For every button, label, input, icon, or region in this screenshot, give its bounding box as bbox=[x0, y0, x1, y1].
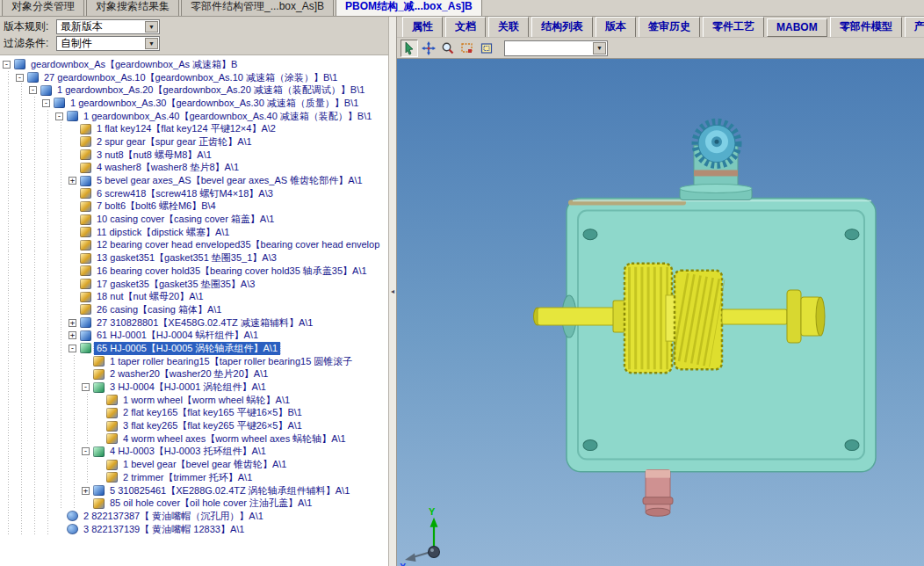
tree-node[interactable]: +27 310828801【XE458G.02.4TZ 减速箱辅料】A\1 bbox=[2, 316, 388, 330]
tree-node[interactable]: +5 bevel gear axes_AS【bevel gear axes_AS… bbox=[2, 174, 388, 187]
tree-node[interactable]: 7 bolt6【bolt6 螺栓M6】B\4 bbox=[2, 200, 388, 214]
tree-node[interactable]: -1 geardownbox_As.40【geardownbox_As.40 减… bbox=[2, 110, 388, 123]
tree-indent-guide bbox=[68, 368, 81, 381]
tree-node[interactable]: 1 taper roller bearing15【taper roller be… bbox=[2, 355, 388, 368]
tree-node[interactable]: 2 flat key165【flat key165 平键16×5】B\1 bbox=[2, 407, 388, 420]
tree-node[interactable]: 6 screw418【screw418 螺钉M4×18】A\3 bbox=[2, 187, 388, 200]
tree-node[interactable]: 16 bearing cover hold35【bearing cover ho… bbox=[2, 265, 388, 278]
tree-node[interactable]: 13 gasket351【gasket351 垫圈35_1】A\3 bbox=[2, 251, 388, 265]
zoom-window-button[interactable] bbox=[458, 40, 476, 57]
tree-node[interactable]: -3 HJ-0004【HJ-0001 涡轮组件】A\1 bbox=[2, 381, 388, 394]
tree-node[interactable]: 18 nut【nut 螺母20】A\1 bbox=[2, 290, 388, 303]
tree-node[interactable]: -geardownbox_As【geardownbox_As 减速箱】B bbox=[2, 58, 388, 71]
chevron-down-icon[interactable]: ▼ bbox=[145, 21, 158, 33]
pan-button[interactable] bbox=[420, 40, 437, 57]
asm-blue-node-icon bbox=[80, 317, 91, 328]
tree-leaf-spacer bbox=[95, 422, 103, 430]
tree-node[interactable]: 2 822137387【 黄油嘴帽（沉孔用）】A\1 bbox=[2, 510, 388, 523]
collapse-icon[interactable]: - bbox=[42, 99, 50, 107]
tree-node[interactable]: 11 dipstick【dipstick 螺塞】A\1 bbox=[2, 226, 388, 239]
tree-node[interactable]: 26 casing【casing 箱体】A\1 bbox=[2, 303, 388, 316]
tree-indent-guide bbox=[2, 149, 15, 162]
tree-node[interactable]: 4 worm wheel axes【worm wheel axes 蜗轮轴】A\… bbox=[2, 432, 388, 446]
tree-node[interactable]: +5 310825461【XE288G.02.4TZ 涡轮轴承组件辅料】A\1 bbox=[2, 484, 388, 497]
detail-tab[interactable]: 文档 bbox=[445, 17, 486, 38]
tree-node[interactable]: 3 822137139【 黄油嘴帽 12833】A\1 bbox=[2, 523, 388, 536]
tree-node[interactable]: 2 washer20【washer20 垫片20】A\1 bbox=[2, 368, 388, 381]
asm-blue-node-icon bbox=[80, 176, 91, 186]
tree-node[interactable]: 1 flat key124【flat key124 平键12×4】A\2 bbox=[2, 122, 388, 135]
collapse-icon[interactable]: - bbox=[16, 74, 24, 82]
tree-indent-guide bbox=[54, 394, 68, 407]
panel-splitter[interactable]: ◂ bbox=[389, 17, 397, 566]
tree-node[interactable]: 2 spur gear【spur gear 正齿轮】A\1 bbox=[2, 135, 388, 149]
asm-blue-node-icon bbox=[14, 59, 25, 69]
3d-viewport[interactable]: Y X bbox=[397, 59, 924, 566]
tree-node[interactable]: 2 trimmer【trimmer 托环】A\1 bbox=[2, 471, 388, 484]
tree-node-label: 4 washer8【washer8 垫片8】A\1 bbox=[94, 162, 242, 175]
expand-icon[interactable]: + bbox=[69, 331, 76, 339]
zoom-button[interactable] bbox=[439, 40, 457, 57]
detail-tab[interactable]: 零部件模型 bbox=[830, 17, 902, 38]
tree-indent-guide bbox=[28, 381, 41, 394]
detail-tab[interactable]: 产品模型 bbox=[905, 17, 924, 38]
collapse-icon[interactable]: - bbox=[55, 112, 63, 120]
part-node-icon bbox=[93, 498, 105, 509]
fit-view-button[interactable] bbox=[478, 40, 495, 57]
detail-tab[interactable]: MABOM bbox=[767, 18, 827, 37]
tree-node[interactable]: -4 HJ-0003【HJ-0003 托环组件】A\1 bbox=[2, 446, 388, 459]
tree-node[interactable]: -65 HJ-0005【HJ-0005 涡轮轴承组件】A\1 bbox=[2, 342, 388, 355]
tree-node[interactable]: 10 casing cover【casing cover 箱盖】A\1 bbox=[2, 213, 388, 226]
expand-icon[interactable]: + bbox=[69, 319, 76, 327]
tree-indent-guide bbox=[54, 122, 68, 135]
tree-node[interactable]: 4 washer8【washer8 垫片8】A\1 bbox=[2, 162, 388, 175]
tree-indent-guide bbox=[15, 381, 28, 394]
tree-node[interactable]: 1 bevel gear【bevel gear 锥齿轮】A\1 bbox=[2, 458, 388, 471]
tree-indent-guide bbox=[28, 368, 41, 381]
tree-node[interactable]: 85 oil hole cover【oil hole cover 注油孔盖】A\… bbox=[2, 497, 388, 510]
tree-indent-guide bbox=[41, 251, 54, 265]
chevron-down-icon[interactable]: ▼ bbox=[145, 38, 158, 49]
window-tab[interactable]: PBOM结构_减...box_As]B bbox=[336, 0, 482, 16]
tree-node[interactable]: 3 flat key265【flat key265 平键26×5】A\1 bbox=[2, 419, 388, 432]
collapse-icon[interactable]: - bbox=[29, 86, 37, 94]
detail-tab[interactable]: 签审历史 bbox=[639, 17, 700, 38]
tree-node[interactable]: -1 geardownbox_As.30【geardownbox_As.30 减… bbox=[2, 97, 388, 110]
bottom-shaft[interactable] bbox=[643, 470, 673, 517]
collapse-icon[interactable]: - bbox=[82, 383, 90, 391]
tree-indent-guide bbox=[41, 381, 54, 394]
tree-node[interactable]: 3 nut8【nut8 螺母M8】A\1 bbox=[2, 149, 388, 162]
collapse-icon[interactable]: - bbox=[82, 447, 90, 455]
tree-indent-guide bbox=[41, 122, 54, 135]
tree-node[interactable]: -27 geardownbox_As.10【geardownbox_As.10 … bbox=[2, 71, 388, 84]
detail-tab[interactable]: 零件工艺 bbox=[703, 17, 764, 38]
select-cursor-button[interactable] bbox=[401, 40, 418, 57]
window-tab[interactable]: 对象搜索结果集 bbox=[86, 0, 179, 16]
tree-node[interactable]: +61 HJ-0001【HJ-0004 蜗杆组件】A\1 bbox=[2, 329, 388, 342]
asm-blue-node-icon bbox=[40, 85, 52, 96]
chevron-down-icon[interactable]: ▼ bbox=[593, 42, 606, 54]
expand-icon[interactable]: + bbox=[82, 487, 90, 495]
tree-indent-guide bbox=[54, 162, 68, 175]
filter-condition-select[interactable]: 自制件 ▼ bbox=[56, 36, 160, 51]
part-node-icon bbox=[80, 214, 91, 225]
window-tab[interactable]: 对象分类管理 bbox=[2, 0, 84, 16]
window-tab[interactable]: 零部件结构管理_...box_As]B bbox=[181, 0, 334, 16]
detail-tab[interactable]: 结构列表 bbox=[531, 17, 593, 38]
detail-tab[interactable]: 关联 bbox=[488, 17, 529, 38]
tree-node[interactable]: 1 worm wheel【worm wheel 蜗轮】A\1 bbox=[2, 394, 388, 407]
tree-indent-guide bbox=[2, 419, 15, 432]
tree-node[interactable]: 12 bearing cover head enveloped35【bearin… bbox=[2, 239, 388, 252]
tree-node[interactable]: 17 gasket35【gasket35 垫圈35】A\3 bbox=[2, 278, 388, 291]
tree-node[interactable]: -1 geardownbox_As.20【geardownbox_As.20 减… bbox=[2, 83, 388, 97]
bom-tree[interactable]: -geardownbox_As【geardownbox_As 减速箱】B-27 … bbox=[0, 55, 388, 566]
collapse-icon[interactable]: - bbox=[69, 345, 76, 352]
version-rule-select[interactable]: 最新版本 ▼ bbox=[56, 19, 160, 34]
expand-icon[interactable]: + bbox=[69, 177, 76, 185]
detail-tab[interactable]: 版本 bbox=[596, 17, 636, 38]
collapse-icon[interactable]: - bbox=[3, 61, 11, 69]
tree-indent-guide bbox=[15, 149, 28, 162]
tree-node-label: 3 HJ-0004【HJ-0001 涡轮组件】A\1 bbox=[107, 381, 269, 394]
view-preset-select[interactable]: ▼ bbox=[504, 40, 608, 56]
detail-tab[interactable]: 属性 bbox=[402, 17, 443, 38]
